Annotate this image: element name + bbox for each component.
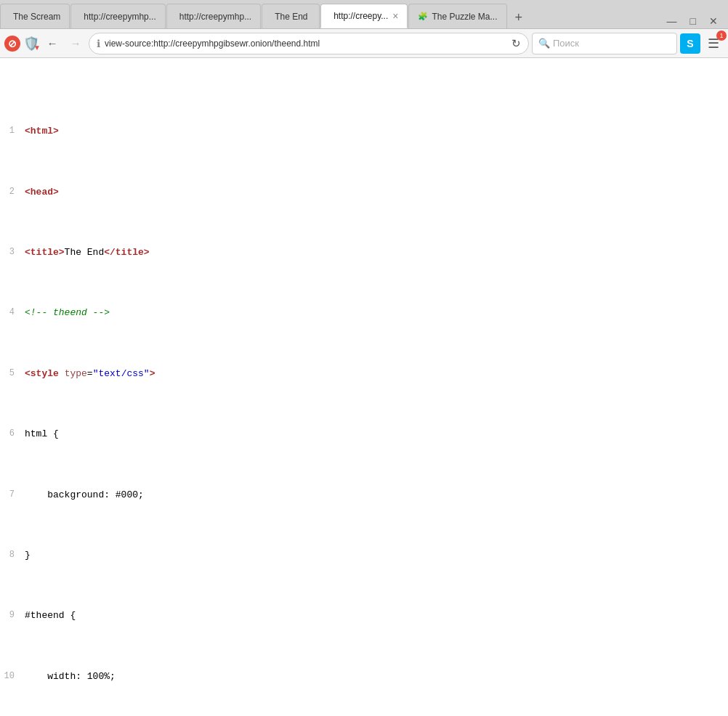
new-tab-button[interactable]: + — [508, 7, 530, 28]
content-area: 1 <html> 2 <head> 3 <title>The End</titl… — [0, 58, 728, 716]
tab-bar: The Scream http://creepymhp... http://cr… — [0, 0, 728, 29]
tab-the-end[interactable]: The End — [262, 4, 320, 28]
source-line-3: 3 <title>The End</title> — [0, 245, 728, 261]
tab-creepy-2[interactable]: http://creepymhp... — [166, 4, 261, 28]
source-line-1: 1 <html> — [0, 124, 728, 139]
tab-the-scream[interactable]: The Scream — [0, 4, 70, 28]
source-line-9: 9 #theend { — [0, 609, 728, 624]
menu-badge: 1 — [716, 30, 727, 41]
line-content-6: html { — [22, 427, 728, 442]
line-content-5: <style type="text/css"> — [22, 367, 728, 382]
line-num-8: 8 — [0, 548, 22, 562]
source-line-7: 7 background: #000; — [0, 488, 728, 503]
window-controls: — □ ✕ — [657, 14, 728, 28]
shield-wrap: 🛡️ ▼ — [23, 36, 39, 52]
line-content-2: <head> — [22, 185, 728, 200]
info-icon: ℹ — [97, 38, 100, 49]
line-num-1: 1 — [0, 124, 22, 138]
line-num-5: 5 — [0, 367, 22, 381]
line-content-8: } — [22, 548, 728, 564]
tab-label-4: The End — [275, 12, 307, 22]
line-content-7: background: #000; — [22, 488, 728, 503]
source-line-6: 6 html { — [0, 427, 728, 442]
address-bar[interactable]: ℹ view-source:http://creepymhpgibsewr.on… — [89, 33, 529, 54]
tab-label-1: The Scream — [13, 12, 60, 22]
forward-button[interactable]: → — [65, 33, 86, 54]
menu-wrap: ☰ 1 — [703, 33, 724, 54]
tab-puzzle[interactable]: 🧩 The Puzzle Ma... — [408, 4, 506, 28]
line-num-9: 9 — [0, 609, 22, 622]
tab-creepy-1[interactable]: http://creepymhp... — [70, 4, 165, 28]
line-num-2: 2 — [0, 185, 22, 199]
tab-label-5: http://creepy... — [333, 11, 388, 21]
line-content-9: #theend { — [22, 609, 728, 624]
maximize-button[interactable]: □ — [686, 14, 700, 28]
line-num-10: 10 — [0, 670, 22, 683]
address-text[interactable]: view-source:http://creepymhpgibsewr.onio… — [105, 38, 507, 49]
shield-badge: ▼ — [33, 44, 41, 52]
source-line-4: 4 <!-- theend --> — [0, 306, 728, 321]
tab-favicon-6: 🧩 — [418, 12, 428, 21]
back-button[interactable]: ← — [42, 33, 62, 54]
tab-label-3: http://creepymhp... — [179, 12, 251, 22]
line-num-3: 3 — [0, 245, 22, 259]
toolbar: ⊘ 🛡️ ▼ ← → ℹ view-source:http://creepymh… — [0, 29, 728, 58]
search-placeholder: Поиск — [553, 38, 671, 49]
search-bar[interactable]: 🔍 Поиск — [532, 33, 677, 54]
line-num-6: 6 — [0, 427, 22, 441]
source-line-8: 8 } — [0, 548, 728, 564]
source-line-10: 10 width: 100%; — [0, 670, 728, 685]
tab-close-button[interactable]: × — [392, 10, 398, 22]
tab-label-6: The Puzzle Ma... — [432, 12, 497, 22]
browser-window: The Scream http://creepymhp... http://cr… — [0, 0, 728, 716]
source-viewer: 1 <html> 2 <head> 3 <title>The End</titl… — [0, 58, 728, 716]
source-line-5: 5 <style type="text/css"> — [0, 367, 728, 382]
source-line-2: 2 <head> — [0, 185, 728, 200]
line-num-7: 7 — [0, 488, 22, 502]
skype-button[interactable]: S — [680, 33, 700, 54]
no-entry-icon: ⊘ — [4, 36, 20, 52]
line-content-4: <!-- theend --> — [22, 306, 728, 321]
line-content-1: <html> — [22, 124, 728, 139]
line-content-3: <title>The End</title> — [22, 245, 728, 261]
line-content-10: width: 100%; — [22, 670, 728, 685]
search-icon: 🔍 — [538, 38, 550, 49]
refresh-button[interactable]: ↻ — [511, 37, 521, 50]
line-num-4: 4 — [0, 306, 22, 320]
tab-creepy-active[interactable]: http://creepy... × — [320, 4, 408, 28]
minimize-button[interactable]: — — [663, 14, 682, 28]
close-button[interactable]: ✕ — [705, 14, 722, 28]
tab-label-2: http://creepymhp... — [84, 12, 155, 22]
